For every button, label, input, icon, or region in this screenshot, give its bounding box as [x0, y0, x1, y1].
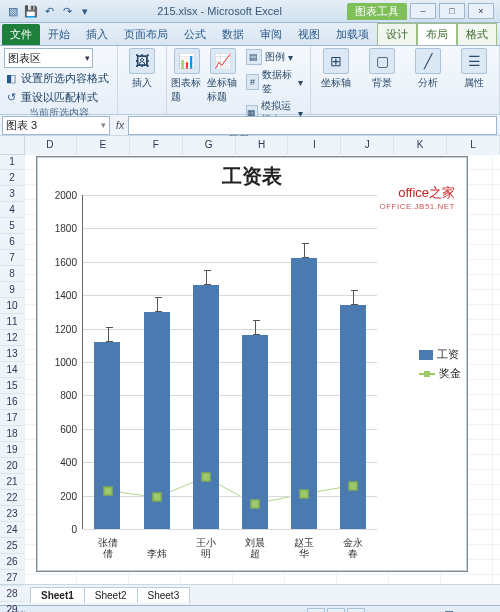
- select-all-corner[interactable]: [0, 136, 25, 155]
- tab-formulas[interactable]: 公式: [176, 24, 214, 45]
- column-header[interactable]: L: [447, 136, 500, 154]
- line-marker[interactable]: [103, 486, 112, 495]
- row-header[interactable]: 24: [0, 522, 24, 538]
- tab-insert[interactable]: 插入: [78, 24, 116, 45]
- view-normal-icon[interactable]: ▦: [307, 608, 325, 612]
- line-marker[interactable]: [201, 473, 210, 482]
- format-selection-button[interactable]: ◧设置所选内容格式: [4, 70, 109, 87]
- column-header[interactable]: G: [183, 136, 236, 154]
- row-header[interactable]: 28: [0, 586, 24, 602]
- tab-layout[interactable]: 布局: [417, 23, 457, 45]
- row-header[interactable]: 5: [0, 218, 24, 234]
- row-header[interactable]: 25: [0, 538, 24, 554]
- worksheet[interactable]: 1234567891011121314151617181920212223242…: [0, 136, 500, 584]
- row-header[interactable]: 4: [0, 202, 24, 218]
- save-icon[interactable]: 💾: [24, 4, 38, 18]
- tab-review[interactable]: 审阅: [252, 24, 290, 45]
- tab-file[interactable]: 文件: [2, 24, 40, 45]
- column-header[interactable]: E: [77, 136, 130, 154]
- row-header[interactable]: 13: [0, 346, 24, 362]
- fx-icon[interactable]: fx: [112, 119, 128, 131]
- row-header[interactable]: 10: [0, 298, 24, 314]
- view-pagelayout-icon[interactable]: ▤: [327, 608, 345, 612]
- row-header[interactable]: 22: [0, 490, 24, 506]
- chart-title-button[interactable]: 📊图表标题: [171, 48, 203, 104]
- tab-addins[interactable]: 加载项: [328, 24, 377, 45]
- row-header[interactable]: 12: [0, 330, 24, 346]
- legend-item-line[interactable]: 奖金: [419, 366, 461, 381]
- row-header[interactable]: 6: [0, 234, 24, 250]
- maximize-button[interactable]: □: [439, 3, 465, 19]
- bar[interactable]: [340, 305, 366, 529]
- redo-icon[interactable]: ↷: [60, 4, 74, 18]
- row-header[interactable]: 27: [0, 570, 24, 586]
- row-header[interactable]: 1: [0, 154, 24, 170]
- tab-format[interactable]: 格式: [457, 23, 497, 45]
- close-button[interactable]: ×: [468, 3, 494, 19]
- column-header[interactable]: D: [24, 136, 77, 154]
- legend-item-bar[interactable]: 工资: [419, 347, 461, 362]
- column-headers[interactable]: DEFGHIJKL: [24, 136, 500, 155]
- undo-icon[interactable]: ↶: [42, 4, 56, 18]
- row-header[interactable]: 8: [0, 266, 24, 282]
- column-header[interactable]: I: [288, 136, 341, 154]
- legend-button[interactable]: ▤图例▾: [243, 48, 306, 66]
- formula-bar[interactable]: [128, 116, 497, 135]
- sheet-tab[interactable]: Sheet3: [137, 587, 191, 603]
- row-header[interactable]: 23: [0, 506, 24, 522]
- row-header[interactable]: 14: [0, 362, 24, 378]
- line-marker[interactable]: [250, 499, 259, 508]
- tab-data[interactable]: 数据: [214, 24, 252, 45]
- chart-plot-area[interactable]: 张倩倩李炜王小明刘晨超赵玉华金永春: [83, 195, 377, 529]
- line-marker[interactable]: [152, 493, 161, 502]
- row-header[interactable]: 9: [0, 282, 24, 298]
- tab-pagelayout[interactable]: 页面布局: [116, 24, 176, 45]
- chart-legend[interactable]: 工资 奖金: [419, 343, 461, 385]
- bar[interactable]: [193, 285, 219, 529]
- row-header[interactable]: 18: [0, 426, 24, 442]
- name-box[interactable]: 图表 3: [2, 116, 110, 135]
- line-marker[interactable]: [348, 481, 357, 490]
- row-header[interactable]: 26: [0, 554, 24, 570]
- column-header[interactable]: K: [394, 136, 447, 154]
- row-header[interactable]: 11: [0, 314, 24, 330]
- row-header[interactable]: 29: [0, 602, 24, 612]
- column-header[interactable]: F: [130, 136, 183, 154]
- insert-button[interactable]: 🖼插入: [122, 48, 162, 90]
- row-headers[interactable]: 1234567891011121314151617181920212223242…: [0, 154, 25, 584]
- data-labels-button[interactable]: #数据标签▾: [243, 67, 306, 97]
- row-header[interactable]: 7: [0, 250, 24, 266]
- minimize-button[interactable]: –: [410, 3, 436, 19]
- tab-design[interactable]: 设计: [377, 23, 417, 45]
- chart-y-axis[interactable]: 0200400600800100012001400160018002000: [37, 195, 81, 529]
- background-button[interactable]: ▢背景: [361, 48, 403, 90]
- qat-more-icon[interactable]: ▾: [78, 4, 92, 18]
- sheet-tab[interactable]: Sheet2: [84, 587, 138, 603]
- row-header[interactable]: 20: [0, 458, 24, 474]
- tab-view[interactable]: 视图: [290, 24, 328, 45]
- bar[interactable]: [291, 258, 317, 529]
- analysis-button[interactable]: ╱分析: [407, 48, 449, 90]
- row-header[interactable]: 15: [0, 378, 24, 394]
- chart-element-combo[interactable]: 图表区: [4, 48, 93, 68]
- properties-button[interactable]: ☰属性: [453, 48, 495, 90]
- row-header[interactable]: 2: [0, 170, 24, 186]
- line-marker[interactable]: [299, 489, 308, 498]
- row-header[interactable]: 3: [0, 186, 24, 202]
- view-pagebreak-icon[interactable]: ▧: [347, 608, 365, 612]
- gridline: [83, 295, 377, 296]
- column-header[interactable]: J: [341, 136, 394, 154]
- bar[interactable]: [94, 342, 120, 529]
- reset-style-button[interactable]: ↺重设以匹配样式: [4, 89, 98, 106]
- row-header[interactable]: 21: [0, 474, 24, 490]
- row-header[interactable]: 17: [0, 410, 24, 426]
- axes-button[interactable]: ⊞坐标轴: [315, 48, 357, 90]
- tab-home[interactable]: 开始: [40, 24, 78, 45]
- row-header[interactable]: 19: [0, 442, 24, 458]
- row-header[interactable]: 16: [0, 394, 24, 410]
- cell-grid[interactable]: 工资表 office之家OFFICE.JB51.NET 020040060080…: [24, 154, 500, 584]
- column-header[interactable]: H: [236, 136, 289, 154]
- axis-title-button[interactable]: 📈坐标轴标题: [207, 48, 239, 104]
- embedded-chart[interactable]: 工资表 office之家OFFICE.JB51.NET 020040060080…: [36, 156, 468, 572]
- sheet-tab[interactable]: Sheet1: [30, 587, 85, 603]
